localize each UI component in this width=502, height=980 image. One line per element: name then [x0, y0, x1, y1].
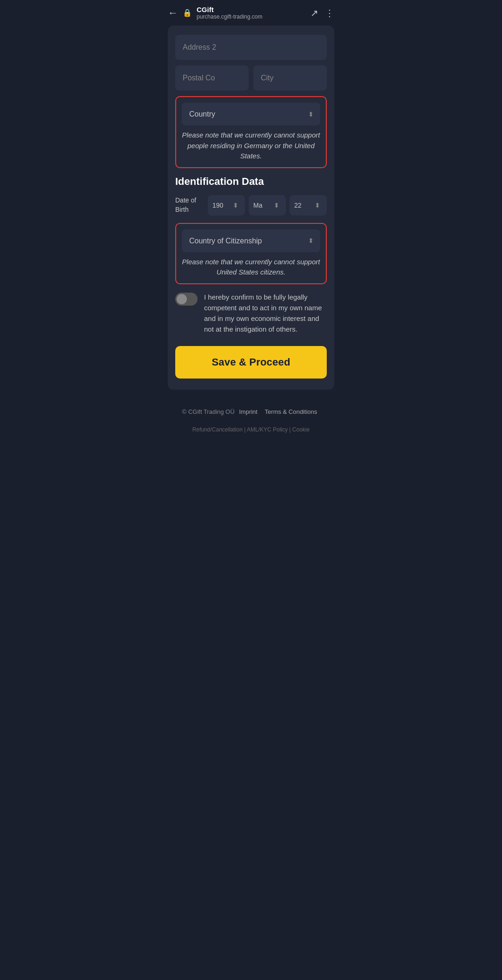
dob-label: Date ofBirth — [175, 196, 203, 214]
dob-year-wrapper: 190 1980 1985 1990 1995 2000 ⬍ — [208, 195, 245, 216]
footer-copyright: © CGift Trading OÜ — [182, 408, 235, 415]
browser-title: CGift — [197, 6, 306, 13]
confirm-row: I hereby confirm to be fully legally com… — [175, 292, 327, 335]
footer-terms-link[interactable]: Terms & Conditions — [265, 408, 317, 415]
citizenship-select[interactable]: Country of Citizenship United States Ger… — [182, 229, 320, 252]
browser-actions: ↗ ⋮ — [310, 7, 334, 19]
menu-icon[interactable]: ⋮ — [325, 7, 334, 19]
footer-bottom: Refund/Cancellation | AML/KYC Policy | C… — [160, 423, 342, 440]
country-section: Country United States Germany United Kin… — [175, 96, 327, 168]
citizenship-section: Country of Citizenship United States Ger… — [175, 223, 327, 284]
legally-competent-toggle[interactable] — [175, 293, 198, 306]
country-select[interactable]: Country United States Germany United Kin… — [182, 103, 320, 125]
dob-year-select[interactable]: 190 1980 1985 1990 1995 2000 — [208, 195, 245, 216]
country-select-wrapper: Country United States Germany United Kin… — [182, 103, 320, 125]
dob-row: Date ofBirth 190 1980 1985 1990 1995 200… — [175, 195, 327, 216]
dob-day-wrapper: 22 1 5 10 15 20 25 31 ⬍ — [290, 195, 327, 216]
dob-month-select[interactable]: Ma Jan Feb Mar Apr May Jun — [249, 195, 286, 216]
main-form-card: Country United States Germany United Kin… — [168, 26, 334, 390]
city-input[interactable] — [253, 65, 327, 91]
identification-title: Identification Data — [175, 176, 327, 188]
citizenship-select-wrapper: Country of Citizenship United States Ger… — [182, 229, 320, 252]
lock-icon: 🔒 — [183, 8, 192, 17]
address2-input[interactable] — [175, 35, 327, 60]
postal-city-row — [175, 65, 327, 91]
browser-bar: ← 🔒 CGift purchase.cgift-trading.com ↗ ⋮ — [160, 0, 342, 26]
back-button[interactable]: ← — [168, 7, 178, 19]
save-proceed-button[interactable]: Save & Proceed — [175, 346, 327, 379]
footer-imprint-link[interactable]: Imprint — [239, 408, 258, 415]
postal-code-input[interactable] — [175, 65, 249, 91]
dob-day-select[interactable]: 22 1 5 10 15 20 25 31 — [290, 195, 327, 216]
nav-left: ← 🔒 — [168, 7, 192, 19]
country-warning-text: Please note that we currently cannot sup… — [182, 130, 320, 162]
footer: © CGift Trading OÜ Imprint Terms & Condi… — [160, 397, 342, 423]
url-block: CGift purchase.cgift-trading.com — [197, 6, 306, 20]
toggle-slider — [175, 293, 198, 306]
confirm-text: I hereby confirm to be fully legally com… — [204, 292, 327, 335]
share-icon[interactable]: ↗ — [310, 7, 318, 19]
dob-selects: 190 1980 1985 1990 1995 2000 ⬍ Ma Jan Fe… — [208, 195, 327, 216]
browser-url: purchase.cgift-trading.com — [197, 13, 306, 20]
citizenship-warning-text: Please note that we currently cannot sup… — [182, 257, 320, 278]
dob-month-wrapper: Ma Jan Feb Mar Apr May Jun ⬍ — [249, 195, 286, 216]
